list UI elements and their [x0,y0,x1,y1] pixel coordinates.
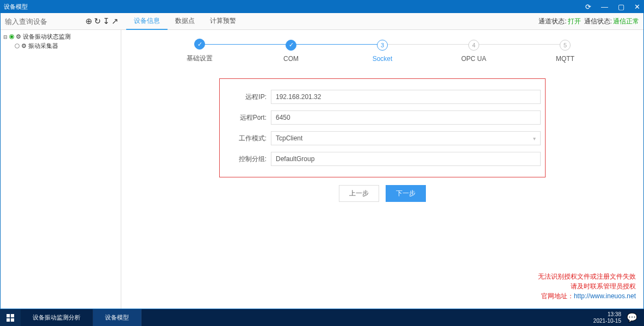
license-warning: 无法识别授权文件或注册文件失效 请及时联系管理员授权 官网地址：http://w… [538,272,636,301]
tab-data-points[interactable]: 数据点 [168,13,202,30]
next-button[interactable]: 下一步 [386,185,426,202]
step-basic[interactable]: ✓ 基础设置 [154,39,245,63]
search-input[interactable] [3,15,82,27]
titlebar: 设备模型 ⟳ — ▢ ✕ [1,1,643,13]
collapse-icon[interactable]: ⊟ [3,34,8,40]
group-label: 控制分组: [224,155,267,164]
windows-icon [7,314,14,322]
remote-ip-label: 远程IP: [224,93,267,102]
export-icon[interactable]: ↗ [112,16,119,26]
start-button[interactable] [0,309,21,326]
socket-form: 远程IP: 远程Port: 工作模式: TcpClient ▾ 控制分组: [219,78,546,177]
sync-icon[interactable]: ⟳ [585,3,591,11]
status-dot-icon [9,34,14,39]
tree-node-label: 设备振动状态监测 [23,33,71,41]
maximize-icon[interactable]: ▢ [618,3,624,11]
tab-calc-alarm[interactable]: 计算预警 [202,13,244,30]
step-socket[interactable]: 3 Socket [337,40,428,63]
close-icon[interactable]: ✕ [634,3,640,11]
import-icon[interactable]: ↧ [103,16,110,26]
remote-port-input[interactable] [271,110,541,125]
main-panel: ✓ 基础设置 ✓ COM 3 Socket 4 OPC UA 5 MQTT [121,30,643,309]
task-item-model[interactable]: 设备模型 [93,309,141,326]
status-bar: 通道状态: 打开 通信状态: 通信正常 [538,17,639,26]
tree-node-label: 振动采集器 [28,42,58,50]
device-tree: ⊟ ⚙ 设备振动状态监测 ⚙ 振动采集器 [1,30,121,309]
prev-button[interactable]: 上一步 [339,185,379,202]
svg-rect-3 [11,318,14,321]
step-opcua[interactable]: 4 OPC UA [428,40,519,63]
topbar: ⊕ ↻ ↧ ↗ 设备信息 数据点 计算预警 通道状态: 打开 通信状态: 通信正… [1,13,643,30]
svg-rect-1 [11,314,14,317]
step-com[interactable]: ✓ COM [245,40,337,63]
tree-node-root[interactable]: ⊟ ⚙ 设备振动状态监测 [1,32,121,41]
stepper: ✓ 基础设置 ✓ COM 3 Socket 4 OPC UA 5 MQTT [154,39,611,63]
remote-port-label: 远程Port: [224,113,267,122]
group-input[interactable] [271,152,541,166]
window-title: 设备模型 [4,3,28,11]
minimize-icon[interactable]: — [601,3,608,11]
svg-rect-2 [7,318,10,321]
svg-rect-0 [7,314,10,317]
tab-device-info[interactable]: 设备信息 [126,13,168,30]
add-icon[interactable]: ⊕ [85,16,92,26]
comm-status-value: 通信正常 [613,17,639,26]
check-icon: ✓ [194,39,205,50]
status-dot-icon [15,44,20,48]
task-item-analysis[interactable]: 设备振动监测分析 [21,309,93,326]
gear-icon: ⚙ [21,42,27,50]
check-icon: ✓ [286,40,296,51]
step-mqtt[interactable]: 5 MQTT [519,40,611,63]
chat-icon[interactable]: 💬 [627,312,637,323]
chevron-down-icon: ▾ [533,136,536,142]
work-mode-label: 工作模式: [224,134,267,143]
channel-status-value: 打开 [568,17,581,26]
gear-icon: ⚙ [16,33,21,40]
work-mode-select[interactable]: TcpClient ▾ [271,131,541,145]
tray-clock[interactable]: 13:38 2021-10-15 [593,311,621,324]
refresh-icon[interactable]: ↻ [94,16,101,26]
license-url-link[interactable]: http://www.ineuos.net [574,292,636,300]
taskbar: 设备振动监测分析 设备模型 13:38 2021-10-15 💬 [0,309,644,326]
remote-ip-input[interactable] [271,90,541,104]
tree-node-child[interactable]: ⚙ 振动采集器 [1,41,121,51]
